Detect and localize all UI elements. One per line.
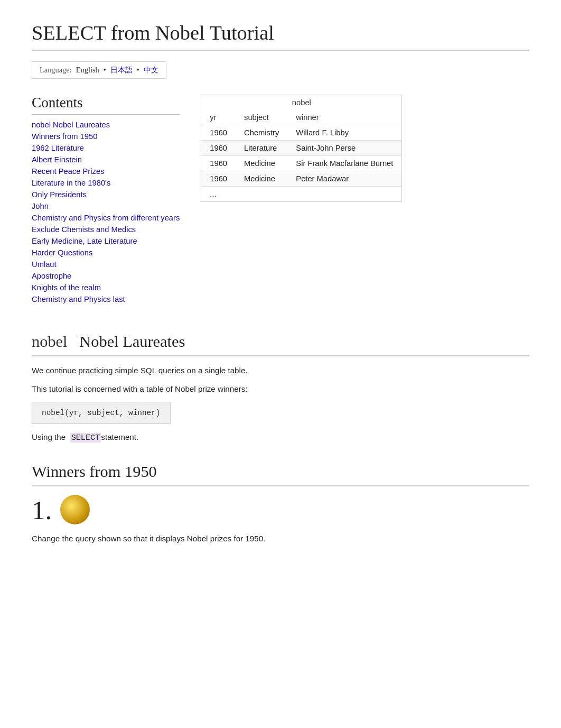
table-row: 1960 Medicine Peter Madawar xyxy=(201,171,402,187)
question-text: Change the query shown so that it displa… xyxy=(32,533,529,545)
nobel-table: nobel yr subject winner 1960 Chemistry W… xyxy=(201,95,402,202)
cell-yr: 1960 xyxy=(201,141,236,156)
cell-subject: Medicine xyxy=(236,171,287,187)
cell-yr: 1960 xyxy=(201,125,236,141)
section-nobel: nobel Nobel Laureates We continue practi… xyxy=(32,333,529,444)
list-item: Apostrophe xyxy=(32,271,180,281)
medal-icon xyxy=(60,495,90,524)
cell-subject: Chemistry xyxy=(236,125,287,141)
list-item: Albert Einstein xyxy=(32,155,180,164)
list-item: Exclude Chemists and Medics xyxy=(32,225,180,234)
language-bar: Language: English • 日本語 • 中文 xyxy=(32,61,166,79)
col-subject: subject xyxy=(236,110,287,125)
cell-ellipsis2 xyxy=(236,187,287,202)
contents-panel: Contents nobel Nobel Laureates Winners f… xyxy=(32,95,180,306)
col-winner: winner xyxy=(287,110,402,125)
table-title: nobel xyxy=(201,95,402,110)
list-item: nobel Nobel Laureates xyxy=(32,120,180,130)
list-item: Early Medicine, Late Literature xyxy=(32,236,180,246)
main-layout: Contents nobel Nobel Laureates Winners f… xyxy=(32,95,529,306)
cell-subject: Medicine xyxy=(236,156,287,171)
contents-link-john[interactable]: John xyxy=(32,202,49,210)
select-keyword: SELECT xyxy=(70,433,101,443)
contents-link-nobel[interactable]: nobel Nobel Laureates xyxy=(32,121,110,129)
contents-link-presidents[interactable]: Only Presidents xyxy=(32,190,87,199)
contents-link-apostrophe[interactable]: Apostrophe xyxy=(32,272,71,280)
contents-link-harder[interactable]: Harder Questions xyxy=(32,248,92,257)
language-separator2: • xyxy=(137,66,139,75)
cell-subject: Literature xyxy=(236,141,287,156)
language-label: Language: xyxy=(40,66,72,75)
contents-link-lit80[interactable]: Literature in the 1980's xyxy=(32,179,110,187)
contents-link-peace[interactable]: Recent Peace Prizes xyxy=(32,167,104,176)
list-item: 1962 Literature xyxy=(32,143,180,153)
language-separator: • xyxy=(104,66,106,75)
contents-link-earlymed[interactable]: Early Medicine, Late Literature xyxy=(32,237,137,245)
table-row-ellipsis: ... xyxy=(201,187,402,202)
list-item: Chemistry and Physics from different yea… xyxy=(32,213,180,223)
sections: nobel Nobel Laureates We continue practi… xyxy=(32,333,529,545)
section-winners: Winners from 1950 1. Change the query sh… xyxy=(32,463,529,545)
language-current: English xyxy=(76,66,99,75)
contents-divider xyxy=(32,114,180,115)
table-row: 1960 Literature Saint-John Perse xyxy=(201,141,402,156)
contents-link-einstein[interactable]: Albert Einstein xyxy=(32,155,82,164)
nobel-table-wrap: nobel yr subject winner 1960 Chemistry W… xyxy=(201,95,529,202)
section-nobel-para3-after: statement. xyxy=(101,432,138,441)
list-item: Only Presidents xyxy=(32,190,180,199)
question-number: 1. xyxy=(32,496,52,523)
contents-link-lit62[interactable]: 1962 Literature xyxy=(32,144,84,152)
section-nobel-para3: Using the SELECTstatement. xyxy=(32,431,529,444)
cell-yr: 1960 xyxy=(201,156,236,171)
table-row: 1960 Medicine Sir Frank Macfarlane Burne… xyxy=(201,156,402,171)
question-row: 1. xyxy=(32,495,529,524)
contents-link-excludechem[interactable]: Exclude Chemists and Medics xyxy=(32,225,136,234)
section-nobel-prefix: nobel xyxy=(32,333,68,351)
col-yr: yr xyxy=(201,110,236,125)
cell-ellipsis: ... xyxy=(201,187,236,202)
contents-link-chemphys[interactable]: Chemistry and Physics from different yea… xyxy=(32,214,180,222)
section-nobel-para2: This tutorial is concerned with a table … xyxy=(32,383,529,395)
contents-list: nobel Nobel Laureates Winners from 1950 … xyxy=(32,120,180,304)
list-item: John xyxy=(32,201,180,211)
section-nobel-para3-before: Using the xyxy=(32,432,66,441)
contents-link-umlaut[interactable]: Umlaut xyxy=(32,260,57,269)
list-item: Knights of the realm xyxy=(32,283,180,292)
list-item: Harder Questions xyxy=(32,248,180,257)
contents-link-knights[interactable]: Knights of the realm xyxy=(32,283,101,292)
section-nobel-heading: nobel Nobel Laureates xyxy=(32,333,529,351)
contents-link-winners[interactable]: Winners from 1950 xyxy=(32,132,97,141)
cell-winner: Peter Madawar xyxy=(287,171,402,187)
language-japanese[interactable]: 日本語 xyxy=(110,65,133,75)
section-nobel-title: Nobel Laureates xyxy=(79,333,185,351)
cell-ellipsis3 xyxy=(287,187,402,202)
list-item: Literature in the 1980's xyxy=(32,178,180,188)
list-item: Recent Peace Prizes xyxy=(32,167,180,176)
cell-winner: Sir Frank Macfarlane Burnet xyxy=(287,156,402,171)
section-nobel-para1: We continue practicing simple SQL querie… xyxy=(32,365,529,377)
section-winners-divider xyxy=(32,485,529,486)
list-item: Winners from 1950 xyxy=(32,132,180,141)
title-divider xyxy=(32,50,529,51)
section-winners-heading: Winners from 1950 xyxy=(32,463,529,481)
language-chinese[interactable]: 中文 xyxy=(144,65,158,75)
page-title: SELECT from Nobel Tutorial xyxy=(32,21,529,44)
section-nobel-divider xyxy=(32,355,529,356)
cell-winner: Willard F. Libby xyxy=(287,125,402,141)
table-row: 1960 Chemistry Willard F. Libby xyxy=(201,125,402,141)
list-item: Umlaut xyxy=(32,260,180,269)
list-item: Chemistry and Physics last xyxy=(32,294,180,304)
cell-yr: 1960 xyxy=(201,171,236,187)
section-nobel-code: nobel(yr, subject, winner) xyxy=(32,402,171,424)
contents-link-chemplast[interactable]: Chemistry and Physics last xyxy=(32,295,125,303)
cell-winner: Saint-John Perse xyxy=(287,141,402,156)
contents-heading: Contents xyxy=(32,95,180,111)
